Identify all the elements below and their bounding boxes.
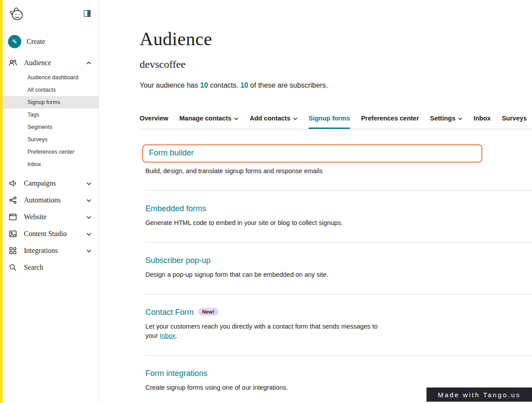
contacts-count-link[interactable]: 10: [200, 81, 208, 89]
app-window: ✎ Create Audience Audienc: [0, 0, 532, 403]
audience-subnav: Audience dashboard All contacts Signup f…: [3, 71, 98, 175]
contact-form-link[interactable]: Contact Form: [145, 308, 194, 317]
chevron-up-icon: [86, 62, 91, 65]
contact-form-description: Let your customers reach you directly wi…: [145, 322, 381, 341]
embedded-forms-description: Generate HTML code to embed in your site…: [145, 218, 532, 228]
main-content: Audience devscoffee Your audience has 10…: [99, 0, 532, 403]
sidebar-item-website[interactable]: Website: [3, 209, 98, 225]
subscriber-popup-link[interactable]: Subscriber pop-up: [145, 256, 211, 265]
sidebar-item-all-contacts[interactable]: All contacts: [3, 84, 98, 96]
automations-flow-icon: [8, 196, 18, 205]
tango-watermark: Made with Tango.us: [426, 388, 532, 402]
sidebar-item-label: Search: [24, 264, 43, 271]
form-option-subscriber-popup: Subscriber pop-up Design a pop-up signup…: [145, 243, 532, 294]
sidebar-yellow-accent: [0, 0, 3, 403]
content-studio-image-icon: [8, 229, 18, 238]
sidebar-nav: ✎ Create Audience Audienc: [3, 31, 98, 276]
form-integrations-link[interactable]: Form integrations: [145, 369, 207, 378]
sidebar-item-create[interactable]: ✎ Create: [3, 31, 98, 54]
sidebar: ✎ Create Audience Audienc: [0, 0, 99, 403]
audience-stats: Your audience has 10 contacts. 10 of the…: [140, 81, 532, 89]
chevron-down-icon: [234, 117, 239, 120]
chevron-down-icon: [86, 182, 91, 185]
inbox-link[interactable]: Inbox: [160, 332, 175, 339]
tab-add-contacts[interactable]: Add contacts: [250, 115, 297, 122]
campaigns-megaphone-icon: [8, 179, 18, 188]
audience-people-icon: [8, 58, 18, 67]
form-option-embedded-forms: Embedded forms Generate HTML code to emb…: [145, 191, 532, 243]
page-title: Audience: [140, 28, 532, 50]
tab-surveys[interactable]: Surveys: [502, 115, 527, 122]
tab-preferences-center[interactable]: Preferences center: [361, 115, 419, 122]
subscriber-popup-description: Design a pop-up signup form that can be …: [145, 270, 532, 279]
sidebar-item-label: Automations: [24, 196, 61, 204]
tab-settings[interactable]: Settings: [430, 115, 462, 122]
sidebar-item-preferences-center[interactable]: Preferences center: [3, 146, 98, 158]
chevron-down-icon: [86, 216, 91, 219]
sidebar-item-inbox[interactable]: Inbox: [3, 158, 98, 170]
website-browser-icon: [8, 213, 18, 221]
sidebar-item-label: Audience: [24, 59, 51, 67]
audience-tab-bar: Overview Manage contacts Add contacts Si…: [140, 114, 532, 129]
sidebar-item-label: Campaigns: [24, 179, 56, 187]
sidebar-item-content-studio[interactable]: Content Studio: [3, 225, 98, 242]
stats-text: Your audience has: [140, 81, 200, 89]
form-builder-highlight-box[interactable]: Form builder: [142, 144, 482, 163]
sidebar-item-automations[interactable]: Automations: [3, 192, 98, 209]
create-pencil-icon: ✎: [8, 35, 21, 48]
signup-forms-list: Form builder Build, design, and translat…: [140, 129, 532, 403]
embedded-forms-link[interactable]: Embedded forms: [145, 204, 206, 213]
tab-manage-contacts[interactable]: Manage contacts: [180, 115, 239, 122]
tab-signup-forms[interactable]: Signup forms: [309, 115, 350, 122]
sidebar-item-label: Content Studio: [24, 230, 66, 238]
collapse-icon-right: [87, 11, 90, 16]
form-option-contact-form: Contact FormNew! Let your customers reac…: [145, 294, 532, 356]
sidebar-item-label: Website: [24, 213, 47, 221]
chevron-down-icon: [293, 117, 297, 120]
tab-overview[interactable]: Overview: [140, 115, 168, 122]
chevron-down-icon: [86, 199, 91, 202]
subscribers-count-link[interactable]: 10: [240, 81, 248, 89]
sidebar-item-segments[interactable]: Segments: [3, 121, 98, 133]
chevron-down-icon: [86, 249, 91, 252]
form-builder-description: Build, design, and translate signup form…: [145, 167, 532, 176]
sidebar-item-signup-forms[interactable]: Signup forms: [3, 96, 98, 108]
sidebar-item-search[interactable]: Search: [3, 259, 98, 276]
collapse-sidebar-icon[interactable]: [84, 10, 90, 17]
chevron-down-icon: [86, 232, 91, 236]
stats-text: of these are subscribers.: [248, 81, 328, 89]
sidebar-item-surveys[interactable]: Surveys: [3, 133, 98, 146]
form-builder-link[interactable]: Form builder: [149, 148, 194, 158]
sidebar-item-label: Integrations: [24, 247, 58, 255]
audience-name: devscoffee: [140, 58, 532, 70]
sidebar-item-campaigns[interactable]: Campaigns: [3, 175, 98, 192]
sidebar-item-integrations[interactable]: Integrations: [3, 242, 98, 259]
chevron-down-icon: [458, 117, 462, 120]
sidebar-item-label: Create: [27, 38, 45, 46]
sidebar-item-audience[interactable]: Audience: [3, 54, 98, 71]
form-option-form-builder: Form builder Build, design, and translat…: [145, 129, 532, 191]
sidebar-item-tags[interactable]: Tags: [3, 108, 98, 121]
search-icon: [8, 263, 18, 272]
new-badge: New!: [198, 308, 218, 316]
tab-inbox[interactable]: Inbox: [473, 115, 491, 122]
sidebar-item-audience-dashboard[interactable]: Audience dashboard: [3, 71, 98, 84]
mailchimp-logo[interactable]: [8, 6, 26, 23]
integrations-grid-icon: [8, 246, 18, 255]
stats-text: contacts.: [208, 81, 240, 89]
